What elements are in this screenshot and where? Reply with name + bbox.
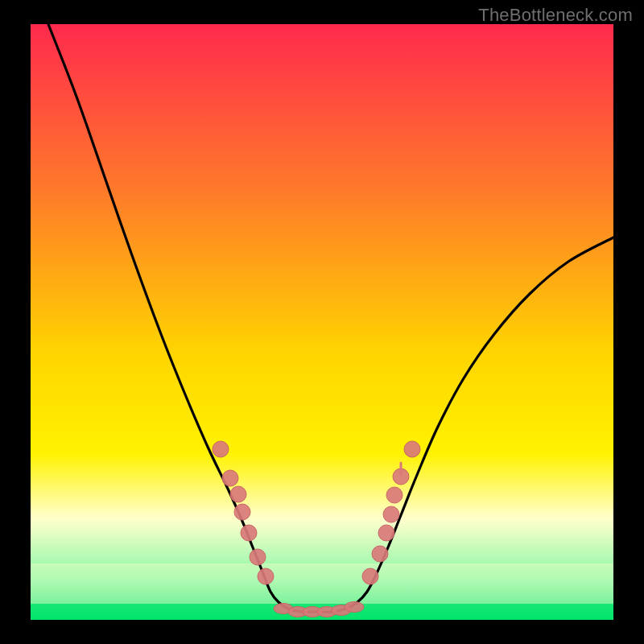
curve-marker-left: [258, 568, 274, 584]
curve-marker-bottom: [345, 602, 364, 613]
curve-marker-left: [250, 549, 266, 565]
curve-marker-right: [372, 546, 388, 562]
watermark-text: TheBottleneck.com: [478, 5, 633, 26]
curve-marker-left: [234, 504, 250, 520]
curve-marker-left: [230, 486, 246, 502]
curve-marker-right: [383, 506, 399, 522]
chart-frame: TheBottleneck.com: [0, 0, 644, 644]
curve-marker-right: [386, 487, 402, 503]
curve-marker-left: [222, 470, 238, 486]
bottleneck-curve-chart: [0, 0, 644, 644]
pale-band: [31, 564, 613, 604]
curve-marker-right: [378, 525, 394, 541]
curve-marker-left: [213, 441, 229, 457]
curve-marker-right: [362, 568, 378, 584]
curve-marker-left: [241, 525, 257, 541]
plot-background: [31, 24, 613, 620]
curve-marker-right: [404, 441, 420, 457]
